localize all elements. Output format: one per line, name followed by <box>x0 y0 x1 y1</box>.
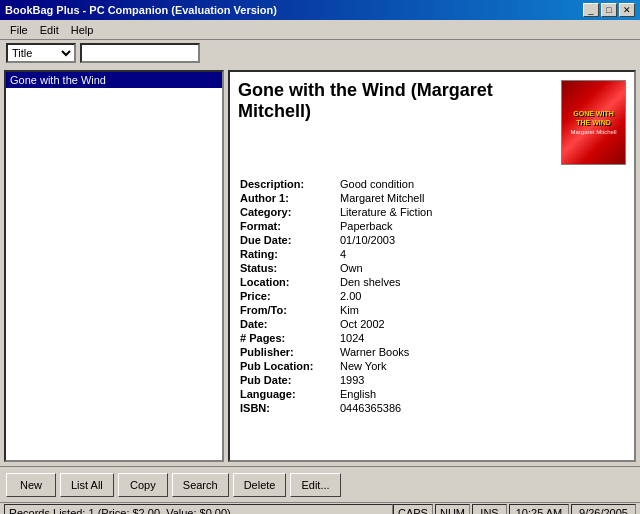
detail-value: English <box>338 387 626 401</box>
detail-value: Literature & Fiction <box>338 205 626 219</box>
main-content: Gone with the Wind Gone with the Wind (M… <box>0 66 640 466</box>
book-cover-title-text: GONE WITH THE WIND <box>566 110 621 127</box>
menu-edit[interactable]: Edit <box>34 22 65 38</box>
book-title: Gone with the Wind (Margaret Mitchell) <box>238 80 561 122</box>
detail-label: Description: <box>238 177 338 191</box>
detail-row: ISBN:0446365386 <box>238 401 626 415</box>
detail-label: # Pages: <box>238 331 338 345</box>
detail-row: Author 1:Margaret Mitchell <box>238 191 626 205</box>
detail-value: 1993 <box>338 373 626 387</box>
detail-row: Price:2.00 <box>238 289 626 303</box>
window-title: BookBag Plus - PC Companion (Evaluation … <box>5 4 277 16</box>
detail-row: Language:English <box>238 387 626 401</box>
detail-label: Location: <box>238 275 338 289</box>
detail-value: New York <box>338 359 626 373</box>
detail-row: Description:Good condition <box>238 177 626 191</box>
detail-value: Good condition <box>338 177 626 191</box>
detail-value: Own <box>338 261 626 275</box>
detail-label: Status: <box>238 261 338 275</box>
detail-value: 4 <box>338 247 626 261</box>
new-button[interactable]: New <box>6 473 56 497</box>
detail-value: Kim <box>338 303 626 317</box>
detail-label: ISBN: <box>238 401 338 415</box>
menu-file[interactable]: File <box>4 22 34 38</box>
detail-row: Location:Den shelves <box>238 275 626 289</box>
title-bar: BookBag Plus - PC Companion (Evaluation … <box>0 0 640 20</box>
detail-value: 01/10/2003 <box>338 233 626 247</box>
list-all-button[interactable]: List All <box>60 473 114 497</box>
detail-row: Status:Own <box>238 261 626 275</box>
title-bar-buttons: _ □ ✕ <box>583 3 635 17</box>
maximize-button[interactable]: □ <box>601 3 617 17</box>
ins-indicator: INS <box>472 504 507 515</box>
detail-row: # Pages:1024 <box>238 331 626 345</box>
detail-value: Oct 2002 <box>338 317 626 331</box>
caps-indicator: CAPS <box>393 504 433 515</box>
detail-row: Category:Literature & Fiction <box>238 205 626 219</box>
detail-row: Format:Paperback <box>238 219 626 233</box>
detail-label: Format: <box>238 219 338 233</box>
book-title-section: Gone with the Wind (Margaret Mitchell) G… <box>238 80 626 165</box>
detail-row: From/To:Kim <box>238 303 626 317</box>
close-button[interactable]: ✕ <box>619 3 635 17</box>
search-input[interactable] <box>80 43 200 63</box>
detail-row: Rating:4 <box>238 247 626 261</box>
detail-label: Pub Date: <box>238 373 338 387</box>
detail-label: Language: <box>238 387 338 401</box>
book-list-panel: Gone with the Wind <box>4 70 224 462</box>
detail-row: Pub Location:New York <box>238 359 626 373</box>
search-button[interactable]: Search <box>172 473 229 497</box>
status-records: Records Listed: 1 (Price: $2.00, Value: … <box>4 504 393 515</box>
button-bar: New List All Copy Search Delete Edit... <box>0 466 640 502</box>
book-detail-panel: Gone with the Wind (Margaret Mitchell) G… <box>228 70 636 462</box>
delete-button[interactable]: Delete <box>233 473 287 497</box>
book-cover-inner: GONE WITH THE WIND Margaret Mitchell <box>562 81 625 164</box>
detail-value: Warner Books <box>338 345 626 359</box>
search-bar: Title Author Category <box>0 40 640 66</box>
time-display: 10:25 AM <box>509 504 569 515</box>
detail-value: 2.00 <box>338 289 626 303</box>
menu-help[interactable]: Help <box>65 22 100 38</box>
minimize-button[interactable]: _ <box>583 3 599 17</box>
detail-label: Price: <box>238 289 338 303</box>
detail-value: 0446365386 <box>338 401 626 415</box>
book-cover: GONE WITH THE WIND Margaret Mitchell <box>561 80 626 165</box>
search-dropdown[interactable]: Title Author Category <box>6 43 76 63</box>
detail-label: Category: <box>238 205 338 219</box>
detail-row: Due Date:01/10/2003 <box>238 233 626 247</box>
detail-value: Den shelves <box>338 275 626 289</box>
status-indicators: CAPS NUM INS 10:25 AM 9/26/2005 <box>393 504 636 515</box>
detail-label: Publisher: <box>238 345 338 359</box>
book-cover-author-text: Margaret Mitchell <box>570 129 616 135</box>
detail-label: From/To: <box>238 303 338 317</box>
detail-row: Publisher:Warner Books <box>238 345 626 359</box>
detail-value: 1024 <box>338 331 626 345</box>
detail-row: Pub Date:1993 <box>238 373 626 387</box>
detail-label: Author 1: <box>238 191 338 205</box>
edit-button[interactable]: Edit... <box>290 473 340 497</box>
menu-bar: File Edit Help <box>0 20 640 40</box>
status-bar: Records Listed: 1 (Price: $2.00, Value: … <box>0 502 640 514</box>
detail-label: Date: <box>238 317 338 331</box>
detail-label: Pub Location: <box>238 359 338 373</box>
num-indicator: NUM <box>435 504 470 515</box>
detail-table: Description:Good conditionAuthor 1:Marga… <box>238 177 626 415</box>
date-display: 9/26/2005 <box>571 504 636 515</box>
detail-value: Margaret Mitchell <box>338 191 626 205</box>
detail-label: Due Date: <box>238 233 338 247</box>
copy-button[interactable]: Copy <box>118 473 168 497</box>
book-list-item[interactable]: Gone with the Wind <box>6 72 222 88</box>
detail-value: Paperback <box>338 219 626 233</box>
detail-label: Rating: <box>238 247 338 261</box>
detail-row: Date:Oct 2002 <box>238 317 626 331</box>
